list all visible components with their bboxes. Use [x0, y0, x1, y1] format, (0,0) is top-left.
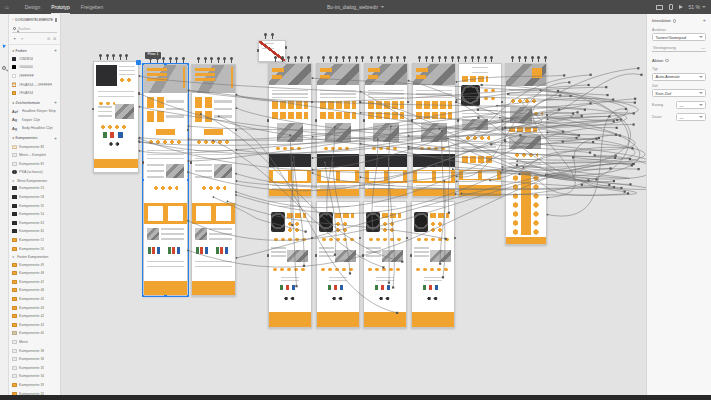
connection-pin[interactable]: [217, 57, 220, 60]
connection-pin[interactable]: [464, 56, 467, 59]
wire-handle[interactable]: [457, 119, 459, 121]
connection-pin[interactable]: [490, 56, 493, 59]
component-item[interactable]: Komponente 47: [9, 278, 60, 287]
wire-handle[interactable]: [311, 101, 313, 103]
wire-handle[interactable]: [138, 92, 140, 94]
add-interaction-button[interactable]: +: [703, 18, 706, 24]
wire-handle[interactable]: [362, 254, 364, 256]
connection-pin[interactable]: [329, 56, 332, 59]
color-item[interactable]: #000000: [9, 63, 60, 72]
color-item[interactable]: #FFFFFF: [9, 72, 60, 81]
color-item[interactable]: #F0A934: [9, 89, 60, 98]
component-item[interactable]: Komponente 62: [9, 227, 60, 236]
connection-pin[interactable]: [484, 56, 487, 59]
connection-pin[interactable]: [125, 54, 128, 57]
connection-pin[interactable]: [444, 56, 447, 59]
connection-pin[interactable]: [197, 57, 200, 60]
connection-pin[interactable]: [537, 56, 540, 59]
component-group-header[interactable]: ∨ Footer Komponenten: [9, 253, 60, 261]
connection-pin[interactable]: [511, 56, 514, 59]
component-item[interactable]: Komponente 55: [9, 201, 60, 210]
add-color-button[interactable]: +: [54, 48, 57, 53]
flow-label[interactable]: Flow 1: [145, 52, 161, 59]
tab-design[interactable]: Design: [25, 0, 41, 14]
zoom-level[interactable]: 51 %: [689, 4, 706, 10]
connection-pin[interactable]: [204, 57, 207, 60]
component-item[interactable]: Komponente 53: [9, 184, 60, 193]
info-icon[interactable]: [673, 19, 677, 23]
connection-pin[interactable]: [451, 56, 454, 59]
component-item[interactable]: Komponente 58: [9, 193, 60, 202]
connection-pin[interactable]: [457, 56, 460, 59]
component-item[interactable]: PSA (schwarz): [9, 168, 60, 177]
wire-handle[interactable]: [410, 254, 412, 256]
wire-handle[interactable]: [363, 119, 365, 121]
flow-home-marker[interactable]: [136, 60, 141, 65]
component-item[interactable]: Komponente 45: [9, 295, 60, 304]
connection-pin[interactable]: [274, 56, 277, 59]
components-section-header[interactable]: ∨ Komponenten +: [9, 133, 60, 143]
add-component-button[interactable]: +: [54, 136, 57, 141]
back-chevron-icon[interactable]: ‹: [12, 17, 13, 22]
wire-handle[interactable]: [504, 139, 506, 141]
charstyles-section-header[interactable]: ∨ Zeichenformate +: [9, 97, 60, 107]
home-icon[interactable]: ⌂: [5, 4, 9, 10]
component-item[interactable]: Komponente 43: [9, 303, 60, 312]
connection-pin[interactable]: [99, 54, 102, 57]
wire-handle[interactable]: [285, 46, 287, 48]
zoom-tool-icon[interactable]: [2, 66, 6, 70]
artboard-detail-3[interactable]: [363, 201, 407, 328]
artboard-detail-4[interactable]: [411, 201, 455, 328]
wire-handle[interactable]: [406, 237, 408, 239]
component-item[interactable]: Komponente 36: [9, 355, 60, 364]
connection-pin[interactable]: [112, 54, 115, 57]
connection-pin[interactable]: [119, 54, 122, 57]
component-item[interactable]: Komponente 85: [9, 142, 60, 151]
component-item[interactable]: Komponente 42: [9, 312, 60, 321]
tab-prototype[interactable]: Prototyp: [51, 0, 70, 14]
wire-handle[interactable]: [546, 114, 548, 116]
selection-handle[interactable]: [164, 295, 167, 298]
connection-pin[interactable]: [342, 56, 345, 59]
grid-view-icon[interactable]: ⊞: [53, 37, 56, 41]
component-item[interactable]: Menü: [9, 338, 60, 347]
trigger-select[interactable]: Tasten/Gamepad: [652, 33, 706, 41]
selection-handle[interactable]: [142, 179, 145, 182]
connection-pin[interactable]: [418, 56, 421, 59]
connection-pin[interactable]: [223, 57, 226, 60]
action-type-select[interactable]: Auto-Animate: [652, 73, 706, 81]
artboard-team-1[interactable]: [268, 63, 312, 197]
play-preview-icon[interactable]: [679, 5, 683, 9]
wire-handle[interactable]: [311, 237, 313, 239]
prototype-canvas[interactable]: Flow 1: [0, 0, 711, 400]
connection-pin[interactable]: [425, 56, 428, 59]
component-item[interactable]: Komponente 57: [9, 236, 60, 245]
component-item[interactable]: Komponente 48: [9, 269, 60, 278]
artboard-catalog-1[interactable]: [143, 64, 188, 296]
connection-pin[interactable]: [477, 56, 480, 59]
component-item[interactable]: Komponente 46: [9, 286, 60, 295]
component-item[interactable]: Komponente 54: [9, 210, 60, 219]
component-item[interactable]: Komponente 87: [9, 159, 60, 168]
connection-pin[interactable]: [377, 56, 380, 59]
charstyle-item[interactable]: A⇄Headline Körper Strip: [9, 107, 60, 116]
connection-pin[interactable]: [106, 54, 109, 57]
connection-pin[interactable]: [403, 56, 406, 59]
connection-pin[interactable]: [518, 56, 521, 59]
selection-handle[interactable]: [187, 179, 190, 182]
duration-select[interactable]: —: [676, 113, 706, 121]
connection-pin[interactable]: [431, 56, 434, 59]
add-charstyle-button[interactable]: +: [54, 100, 57, 105]
selection-handle[interactable]: [187, 63, 190, 66]
artboard-detail-2[interactable]: [316, 201, 360, 328]
wire-handle[interactable]: [359, 237, 361, 239]
connection-pin[interactable]: [210, 57, 213, 60]
target-select[interactable]: Kein Ziel: [652, 89, 706, 97]
connection-pin[interactable]: [307, 56, 310, 59]
connection-pin[interactable]: [300, 56, 303, 59]
wire-handle[interactable]: [190, 161, 192, 163]
connection-pin[interactable]: [281, 56, 284, 59]
wire-handle[interactable]: [359, 101, 361, 103]
select-tool-icon[interactable]: [2, 44, 6, 49]
connection-pin[interactable]: [396, 56, 399, 59]
